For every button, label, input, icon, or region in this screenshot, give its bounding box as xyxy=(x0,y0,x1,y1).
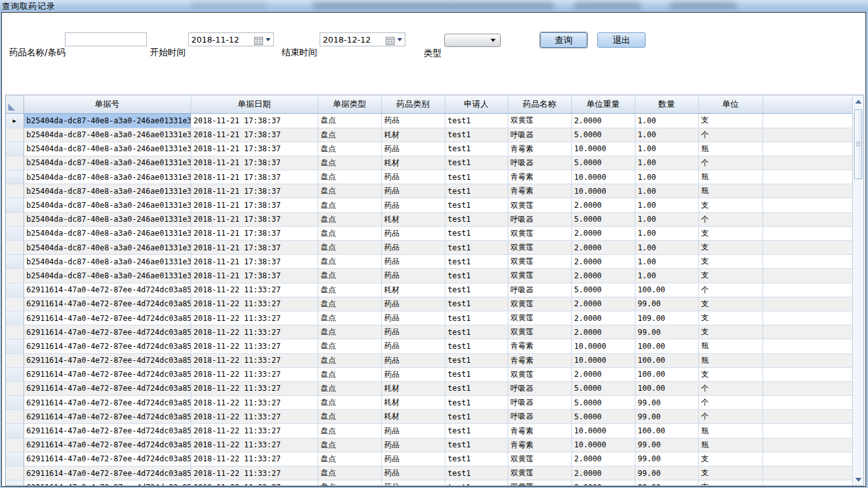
cell[interactable]: 2.0000 xyxy=(571,226,635,240)
column-header-6[interactable]: 药品名称 xyxy=(508,95,571,113)
row-header[interactable] xyxy=(6,198,24,212)
cell[interactable]: 药品 xyxy=(381,184,445,198)
cell[interactable]: 2018-11-21 17:38:37 xyxy=(191,226,318,240)
cell[interactable]: 药品 xyxy=(381,269,445,283)
query-button[interactable]: 查询 xyxy=(540,32,587,48)
cell[interactable]: b25404da-dc87-40e8-a3a0-246ae01331e3 xyxy=(24,128,191,142)
scrollbar-thumb[interactable] xyxy=(854,109,862,179)
cell[interactable]: 100.00 xyxy=(635,283,698,297)
cell[interactable]: 药品 xyxy=(381,198,445,212)
cell[interactable]: 盘点 xyxy=(318,269,381,283)
cell[interactable]: 盘点 xyxy=(318,480,381,485)
cell[interactable]: 药品 xyxy=(381,241,445,255)
cell[interactable]: b25404da-dc87-40e8-a3a0-246ae01331e3 xyxy=(24,226,191,240)
cell[interactable]: 2018-11-22 11:33:27 xyxy=(191,480,318,485)
column-header-2[interactable]: 单据日期 xyxy=(191,95,318,113)
cell[interactable]: 5.0000 xyxy=(571,156,635,170)
row-header[interactable] xyxy=(6,212,24,226)
cell[interactable]: 盘点 xyxy=(318,424,381,438)
cell[interactable]: 盘点 xyxy=(318,128,381,142)
cell[interactable]: 双黄莲 xyxy=(508,311,571,325)
scroll-down-button[interactable] xyxy=(853,474,864,485)
cell[interactable]: 支 xyxy=(698,269,763,283)
cell[interactable]: 1.00 xyxy=(635,226,698,240)
cell[interactable]: 2.0000 xyxy=(571,452,635,466)
cell[interactable]: 10.0000 xyxy=(571,142,635,156)
row-header[interactable] xyxy=(6,424,24,438)
cell[interactable]: 呼吸器 xyxy=(508,128,571,142)
cell[interactable]: 药品 xyxy=(381,297,445,311)
cell[interactable]: 药品 xyxy=(381,367,445,381)
column-header-7[interactable]: 单位重量 xyxy=(571,95,635,113)
cell[interactable]: 盘点 xyxy=(318,353,381,367)
cell[interactable]: 盘点 xyxy=(318,396,381,410)
cell[interactable]: 2018-11-22 11:33:27 xyxy=(191,297,318,311)
cell[interactable]: 1.00 xyxy=(635,269,698,283)
cell[interactable]: 支 xyxy=(698,255,763,269)
cell[interactable]: 100.00 xyxy=(635,339,698,353)
cell[interactable]: 2.0000 xyxy=(571,367,635,381)
drug-name-input[interactable] xyxy=(65,32,147,46)
cell[interactable]: 盘点 xyxy=(318,452,381,466)
cell[interactable]: 盘点 xyxy=(318,241,381,255)
cell[interactable]: 支 xyxy=(698,367,763,381)
cell[interactable]: 个 xyxy=(698,156,763,170)
cell[interactable]: 1.00 xyxy=(635,255,698,269)
cell[interactable]: 99.00 xyxy=(635,438,698,452)
cell[interactable]: 62911614-47a0-4e72-87ee-4d724dc03a85 xyxy=(24,452,191,466)
cell[interactable]: 2018-11-21 17:38:37 xyxy=(191,170,318,184)
cell[interactable]: b25404da-dc87-40e8-a3a0-246ae01331e3 xyxy=(24,170,191,184)
cell[interactable]: 盘点 xyxy=(318,466,381,480)
cell[interactable]: 5.0000 xyxy=(571,128,635,142)
cell[interactable]: 支 xyxy=(698,226,763,240)
cell[interactable]: 2018-11-21 17:38:37 xyxy=(191,198,318,212)
cell[interactable]: 青霉素 xyxy=(508,353,571,367)
cell[interactable]: 2.0000 xyxy=(571,480,635,485)
cell[interactable]: 耗材 xyxy=(381,156,445,170)
cell[interactable]: b25404da-dc87-40e8-a3a0-246ae01331e3 xyxy=(24,198,191,212)
cell[interactable]: test1 xyxy=(445,255,508,269)
cell[interactable]: 2018-11-21 17:38:37 xyxy=(191,212,318,226)
cell[interactable]: b25404da-dc87-40e8-a3a0-246ae01331e3 xyxy=(24,113,191,128)
cell[interactable]: 青霉素 xyxy=(508,170,571,184)
vertical-scrollbar[interactable] xyxy=(852,95,864,485)
column-header-4[interactable]: 药品类别 xyxy=(381,95,445,113)
cell[interactable]: 呼吸器 xyxy=(508,283,571,297)
cell[interactable]: test1 xyxy=(445,156,508,170)
cell[interactable]: 支 xyxy=(698,466,763,480)
cell[interactable]: 盘点 xyxy=(318,156,381,170)
cell[interactable]: 2018-11-22 11:33:27 xyxy=(191,396,318,410)
cell[interactable]: 呼吸器 xyxy=(508,396,571,410)
cell[interactable]: 1.00 xyxy=(635,184,698,198)
cell[interactable]: 100.00 xyxy=(635,367,698,381)
cell[interactable]: 2018-11-22 11:33:27 xyxy=(191,381,318,395)
row-header[interactable] xyxy=(6,226,24,240)
cell[interactable]: test1 xyxy=(445,452,508,466)
row-header[interactable] xyxy=(6,325,24,339)
cell[interactable]: test1 xyxy=(445,142,508,156)
cell[interactable]: 1.00 xyxy=(635,113,698,128)
cell[interactable]: test1 xyxy=(445,212,508,226)
row-header[interactable] xyxy=(6,339,24,353)
cell[interactable]: 盘点 xyxy=(318,367,381,381)
cell[interactable]: 药品 xyxy=(381,452,445,466)
cell[interactable]: 1.00 xyxy=(635,142,698,156)
cell[interactable]: 2018-11-21 17:38:37 xyxy=(191,156,318,170)
cell[interactable]: 2.0000 xyxy=(571,113,635,128)
cell[interactable]: 耗材 xyxy=(381,396,445,410)
cell[interactable]: 药品 xyxy=(381,311,445,325)
cell[interactable]: 2.0000 xyxy=(571,255,635,269)
cell[interactable]: 个 xyxy=(698,128,763,142)
cell[interactable]: 62911614-47a0-4e72-87ee-4d724dc03a85 xyxy=(24,325,191,339)
cell[interactable]: 10.0000 xyxy=(571,424,635,438)
cell[interactable]: 62911614-47a0-4e72-87ee-4d724dc03a85 xyxy=(24,283,191,297)
cell[interactable]: 双黄莲 xyxy=(508,297,571,311)
cell[interactable]: test1 xyxy=(445,311,508,325)
cell[interactable]: 62911614-47a0-4e72-87ee-4d724dc03a85 xyxy=(24,311,191,325)
cell[interactable]: test1 xyxy=(445,410,508,424)
cell[interactable]: test1 xyxy=(445,128,508,142)
row-header[interactable] xyxy=(6,297,24,311)
cell[interactable]: 2.0000 xyxy=(571,198,635,212)
cell[interactable]: 瓶 xyxy=(698,424,763,438)
cell[interactable]: 10.0000 xyxy=(571,170,635,184)
